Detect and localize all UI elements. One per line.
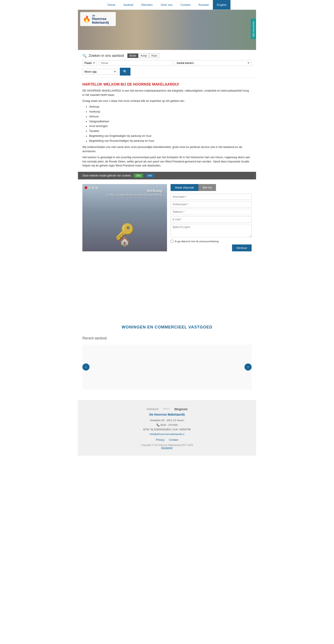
footer-copyright: Copyright © De Hoornse Makelaardij 2017-…: [82, 444, 252, 446]
logo-icon: 🔥: [83, 16, 91, 22]
nav-home[interactable]: Home: [103, 0, 119, 10]
cookie-ok-button[interactable]: Oke: [134, 174, 143, 178]
footer-btw: BTW: NL229093401B01 | KvK: 54059796: [82, 427, 252, 432]
footer-email: info@dehoornsemakelaardij.nl: [82, 432, 252, 436]
main-nav: Home Aanbod Diensten Over ons Contact Ru…: [78, 0, 256, 10]
aantal-kamers-select[interactable]: Aantal kamers: [175, 60, 252, 66]
dot-inactive: [88, 186, 91, 189]
logo-box: 🔥 de Hoornse Makelaardij: [80, 12, 116, 26]
tab-huur[interactable]: Huur: [149, 54, 159, 58]
welcome-sub-intro: Graag staan we voor u klaar met onze sch…: [82, 99, 252, 103]
contact-section: 🔑 🏠 Verkoop Ik help u graag met de verko…: [78, 180, 256, 256]
contact-form-wrapper: Maak afspraak Bel mij Ik ga akkoord met …: [167, 184, 252, 251]
search-icon: 🔍: [82, 54, 87, 58]
achternaam-group: [171, 201, 252, 208]
list-item: Begeleiding van Russischtaligen bij aank…: [89, 139, 252, 143]
welcome-extra: Wij onderscheiden ons met name door onze…: [82, 145, 252, 154]
nav-aanbod[interactable]: Aanbod: [119, 0, 137, 10]
image-title: Verkoop: [107, 188, 163, 193]
dot-inactive: [95, 186, 98, 189]
footer-place-wognum: Wognum: [174, 407, 188, 411]
list-item: Begeleiding van Engelstaligen bij aankoo…: [89, 134, 252, 138]
hero-banner: 🔥 de Hoornse Makelaardij Mijn favorieten: [78, 10, 256, 50]
carousel-prev-button[interactable]: ‹: [82, 364, 89, 370]
cookie-banner: Deze website maakt gebruik van cookies. …: [78, 172, 256, 180]
footer-place-hoorn: Hoorn: [163, 407, 170, 411]
logo-line1: de: [92, 14, 109, 17]
welcome-location: Het kantoor is gevestigd in een prachtig…: [82, 155, 252, 168]
welcome-heading: HARTELIJK WELKOM BIJ DE HOORNSE MAKELAAR…: [82, 82, 252, 86]
image-subtitle: Ik help u graag met de verkoop van uw wo…: [107, 193, 163, 196]
logo-line2: Hoornse: [92, 17, 109, 21]
footer-contact-link[interactable]: Contact: [169, 438, 178, 442]
welcome-intro: DE HOORNSE MAKELAARDIJ is een full-servi…: [82, 89, 252, 97]
nav-contact[interactable]: Contact: [177, 0, 195, 10]
footer-info: Kerkplein 40 · 1621 CZ Hoorn 📞 0229 - 27…: [82, 418, 252, 436]
straat-input[interactable]: [99, 60, 173, 66]
list-item: Vastgoedbeheer: [89, 120, 252, 124]
recent-label: Recent aanbod: [82, 336, 252, 340]
dot-inactive: [92, 186, 94, 189]
services-list: Verkoop Aankoop Verhuur Vastgoedbeheer I…: [89, 105, 252, 143]
carousel: ‹ ›: [82, 345, 252, 389]
list-item: Taxaties: [89, 129, 252, 133]
email-input[interactable]: [171, 216, 252, 222]
nav-english[interactable]: English: [213, 0, 231, 10]
mijn-favorieten-sidebar[interactable]: Mijn favorieten: [251, 19, 256, 39]
cookie-info-button[interactable]: Info: [145, 174, 154, 178]
form-tab-bel[interactable]: Bel mij: [198, 184, 216, 191]
search-row-2: Woon opp. 🔍: [82, 68, 252, 76]
welcome-section: HARTELIJK WELKOM BIJ DE HOORNSE MAKELAAR…: [78, 78, 256, 172]
cookie-text: Deze website maakt gebruik van cookies.: [82, 174, 132, 177]
properties-section: WONINGEN EN COMMERCIEEL VASTGOED Recent …: [78, 256, 256, 400]
verstuur-button[interactable]: Verstuur: [232, 244, 252, 251]
footer-privacy-link[interactable]: Privacy: [156, 438, 165, 442]
carousel-next-button[interactable]: ›: [245, 364, 252, 370]
form-tabs: Maak afspraak Bel mij: [171, 184, 252, 191]
tab-beide[interactable]: Beide: [127, 54, 138, 58]
footer-place-abbekerk: Abbekerk: [146, 407, 159, 411]
opmerkingen-input[interactable]: [171, 224, 252, 237]
search-button[interactable]: 🔍: [120, 68, 130, 76]
search-label: Zoeken in ons aanbod: [89, 54, 124, 58]
email-group: [171, 216, 252, 222]
properties-spacer: [82, 262, 252, 325]
footer-links: Privacy Contact: [82, 438, 252, 442]
nav-diensten[interactable]: Diensten: [137, 0, 157, 10]
search-title-row: 🔍 Zoeken in ons aanbod Beide Koop Huur: [82, 54, 252, 58]
plaats-select[interactable]: Plaats: [82, 60, 97, 66]
nav-russian[interactable]: Russian: [194, 0, 213, 10]
footer-phone: 📞 0229 - 270 656: [82, 423, 252, 428]
privacy-label: Ik ga akkoord met de privacyverklaring: [175, 240, 219, 243]
form-tab-afspraak[interactable]: Maak afspraak: [171, 184, 198, 191]
footer-email-link[interactable]: info@dehoornsemakelaardij.nl: [150, 433, 184, 436]
list-item: Aankoop: [89, 110, 252, 114]
image-overlay-text: Verkoop Ik help u graag met de verkoop v…: [107, 188, 163, 196]
dot-active: [85, 186, 87, 189]
properties-section-title: WONINGEN EN COMMERCIEEL VASTGOED: [82, 325, 252, 330]
footer-address: Kerkplein 40 · 1621 CZ Hoorn: [82, 418, 252, 423]
form-footer: Verstuur: [171, 244, 252, 251]
footer-places: Abbekerk Hoorn Wognum: [82, 407, 252, 411]
logo-line3: Makelaardij: [92, 21, 109, 24]
achternaam-input[interactable]: [171, 201, 252, 208]
footer: Abbekerk Hoorn Wognum De Hoornse Makelaa…: [78, 400, 256, 456]
carousel-content: [91, 349, 243, 385]
tab-koop[interactable]: Koop: [139, 54, 149, 58]
list-item: Verkoop: [89, 105, 252, 109]
telefoon-input[interactable]: [171, 209, 252, 215]
woon-opp-select[interactable]: Woon opp.: [82, 69, 118, 75]
list-item: Verhuur: [89, 114, 252, 119]
voornaam-input[interactable]: [171, 194, 252, 200]
telefoon-group: [171, 209, 252, 215]
privacy-checkbox[interactable]: [171, 240, 173, 243]
recent-aanbod-section: Recent aanbod ‹ ›: [82, 336, 252, 389]
footer-disclaimer[interactable]: Disclaimer: [82, 446, 252, 449]
privacy-row: Ik ga akkoord met de privacyverklaring: [171, 240, 252, 243]
contact-image: 🔑 🏠 Verkoop Ik help u graag met de verko…: [82, 184, 167, 251]
search-section: 🔍 Zoeken in ons aanbod Beide Koop Huur P…: [78, 50, 256, 78]
list-item: Inruil woningen: [89, 124, 252, 128]
footer-company-name: De Hoornse Makelaardij: [82, 413, 252, 416]
voornaam-group: [171, 194, 252, 200]
nav-over-ons[interactable]: Over ons: [157, 0, 177, 10]
